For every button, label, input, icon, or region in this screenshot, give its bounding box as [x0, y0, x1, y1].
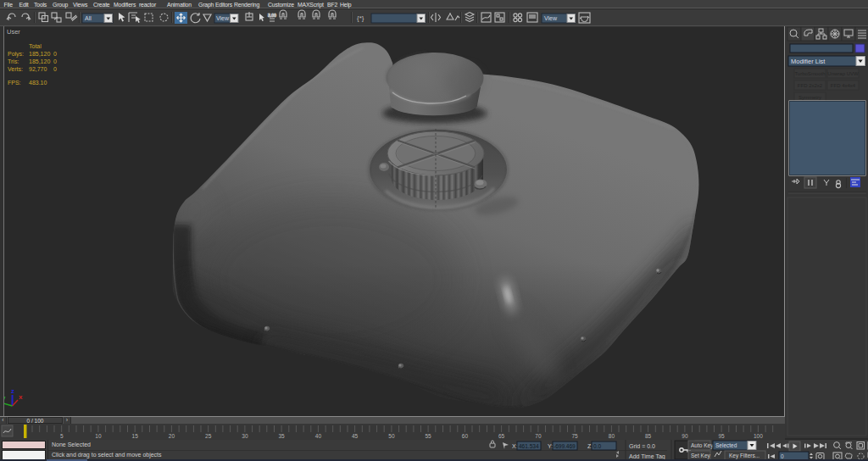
svg-text:75: 75: [571, 433, 578, 439]
svg-text:Symmetry: Symmetry: [798, 95, 821, 100]
svg-text:70: 70: [535, 433, 542, 439]
svg-text:Key Filters...: Key Filters...: [729, 453, 760, 459]
svg-text:20: 20: [169, 433, 175, 439]
svg-text:{*}: {*}: [357, 14, 364, 22]
svg-text:Modifier List: Modifier List: [791, 58, 826, 65]
svg-text:461.534: 461.534: [519, 443, 539, 449]
svg-text:FFD 4x4x4: FFD 4x4x4: [831, 83, 856, 88]
svg-text:View: View: [216, 15, 230, 21]
svg-text:TurboSmooth: TurboSmooth: [794, 71, 825, 76]
svg-text:60: 60: [462, 433, 469, 439]
svg-text:FFD 2x2x2: FFD 2x2x2: [798, 83, 823, 88]
svg-text:10: 10: [95, 433, 102, 439]
svg-text:Selected: Selected: [715, 442, 737, 448]
svg-text:85: 85: [645, 433, 652, 439]
svg-text:x: x: [19, 393, 23, 401]
svg-text:100: 100: [754, 433, 763, 439]
svg-text:55: 55: [425, 433, 431, 439]
svg-text:-699.469: -699.469: [554, 443, 576, 449]
svg-text:95: 95: [718, 433, 725, 439]
svg-text:0: 0: [781, 453, 784, 459]
svg-text:80: 80: [609, 433, 615, 439]
svg-text:45: 45: [352, 433, 359, 439]
svg-text:5: 5: [60, 433, 64, 439]
svg-text:15: 15: [132, 433, 139, 439]
svg-text:40: 40: [315, 433, 322, 439]
svg-text:30: 30: [242, 433, 248, 439]
svg-text:Unwrap UVW: Unwrap UVW: [827, 71, 859, 76]
svg-text:0.0: 0.0: [593, 443, 601, 449]
svg-text:65: 65: [498, 433, 505, 439]
svg-text:Set Key: Set Key: [691, 453, 711, 459]
svg-text:Grid = 0.0: Grid = 0.0: [629, 443, 655, 449]
svg-text:Auto Key: Auto Key: [691, 442, 714, 449]
svg-text:Y:: Y:: [548, 443, 553, 449]
svg-text:90: 90: [682, 433, 688, 439]
svg-text:z: z: [11, 387, 14, 395]
svg-text:35: 35: [278, 433, 285, 439]
svg-text:50: 50: [388, 433, 395, 439]
svg-text:View: View: [544, 15, 558, 21]
svg-text:25: 25: [205, 433, 212, 439]
svg-text:3.00: 3.00: [268, 13, 276, 18]
svg-text:All: All: [85, 15, 92, 21]
